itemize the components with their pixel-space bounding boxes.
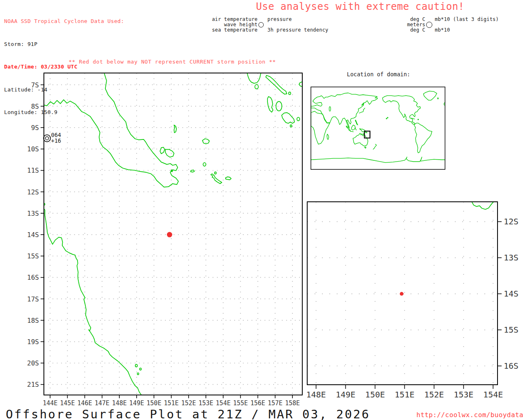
legend-pressure-tendency-label: 3h pressure tendency xyxy=(267,27,329,33)
coastline xyxy=(382,96,420,124)
y-tick-label: 8S xyxy=(31,103,39,110)
coastline xyxy=(247,73,261,84)
y-tick-label: 14S xyxy=(504,289,518,299)
coastline xyxy=(299,82,302,87)
x-tick-label: 154E xyxy=(216,399,231,407)
page-title: Offshore Surface Plot at 21Z / MAR 03, 2… xyxy=(6,407,370,420)
coastline xyxy=(191,170,194,172)
x-tick-label: 152E xyxy=(424,390,444,399)
coastline xyxy=(472,202,493,210)
world-map-title: Location of domain: xyxy=(311,71,446,78)
coastline xyxy=(174,125,176,133)
coastline xyxy=(355,120,358,125)
legend-wave-height-label: wave height xyxy=(201,22,258,27)
noaa-data-line: NOAA SSD Tropical Cyclone Data Used: xyxy=(4,18,124,25)
coastline xyxy=(44,73,178,187)
y-tick-label: 19S xyxy=(27,338,39,346)
y-tick-label: 13S xyxy=(504,253,518,262)
main-map: 144E145E146E147E148E149E150E151E152E153E… xyxy=(16,70,308,414)
storm-id-line: Storm: 91P xyxy=(4,41,124,48)
island-outline xyxy=(329,107,331,111)
island-outline xyxy=(255,84,258,89)
island-outline xyxy=(137,373,139,375)
island-outline xyxy=(139,368,141,370)
coastline xyxy=(226,177,231,180)
buoy-outer-circle-icon xyxy=(43,135,50,142)
coastline xyxy=(353,133,368,146)
coastline xyxy=(160,147,164,154)
x-tick-label: 146E xyxy=(78,399,92,407)
island-outline xyxy=(276,101,282,111)
island-outline xyxy=(297,117,300,121)
buoy-inner-circle-icon xyxy=(46,137,49,140)
storm-position-dot xyxy=(400,292,404,296)
world-map xyxy=(310,86,447,172)
coastline xyxy=(311,93,378,128)
island-outline xyxy=(438,98,438,99)
coastline xyxy=(350,131,353,132)
x-tick-label: 153E xyxy=(454,390,473,399)
site-url[interactable]: http://coolwx.com/buoydata xyxy=(410,411,523,419)
coastline xyxy=(423,91,437,100)
y-tick-label: 9S xyxy=(31,124,39,132)
buoy-observation-marker: 064+16 xyxy=(43,132,61,144)
x-tick-label: 149E xyxy=(336,390,355,399)
storm-position-dot xyxy=(167,232,172,237)
y-tick-label: 15S xyxy=(27,252,39,260)
storm-position-warning: ** Red dot below may NOT represent CURRE… xyxy=(62,59,283,65)
x-tick-label: 148E xyxy=(112,399,127,407)
x-tick-label: 151E xyxy=(164,399,179,407)
coastline xyxy=(211,174,222,184)
coastline xyxy=(203,139,210,144)
coastline xyxy=(414,123,432,153)
island-outline xyxy=(215,172,216,174)
units-tendency-label: mb*10 xyxy=(435,27,450,33)
y-tick-label: 16S xyxy=(504,361,518,371)
coastline xyxy=(44,208,142,395)
y-tick-label: 13S xyxy=(27,210,39,217)
main-map-layers xyxy=(43,73,302,396)
legend-pressure-label: pressure xyxy=(267,16,292,22)
units-sea-temp-label: deg C xyxy=(390,27,425,33)
coastline xyxy=(282,113,294,123)
x-tick-label: 144E xyxy=(43,399,57,407)
coastline xyxy=(444,103,445,105)
station-circle-icon xyxy=(258,22,264,27)
coastline xyxy=(327,134,329,139)
coastline xyxy=(311,111,330,144)
world-map-layers xyxy=(311,91,445,162)
y-tick-label: 10S xyxy=(27,145,39,153)
buoy-tendency-label: +16 xyxy=(51,137,61,144)
buoy-plot-page: NOAA SSD Tropical Cyclone Data Used: Sto… xyxy=(0,0,525,420)
zoom-map-layers xyxy=(307,202,503,385)
y-tick-label: 16S xyxy=(27,274,39,281)
world-frame xyxy=(311,87,445,169)
legend-sea-temperature-label: sea temperature xyxy=(197,27,258,33)
y-tick-label: 12S xyxy=(504,217,518,226)
main-frame xyxy=(44,73,302,395)
island-outline xyxy=(387,117,388,118)
units-air-temp-label: deg C xyxy=(390,16,425,22)
x-tick-label: 150E xyxy=(146,399,161,407)
island-outline xyxy=(203,163,206,166)
x-tick-label: 155E xyxy=(233,399,248,407)
y-tick-label: 20S xyxy=(27,359,39,367)
y-tick-label: 15S xyxy=(504,325,518,335)
x-tick-label: 145E xyxy=(60,399,75,407)
x-tick-label: 153E xyxy=(199,399,213,407)
coastline xyxy=(352,125,355,130)
x-tick-label: 151E xyxy=(395,390,414,399)
x-tick-label: 149E xyxy=(129,399,144,407)
caution-banner: Use analyses with extreme caution! xyxy=(256,1,464,12)
x-tick-label: 148E xyxy=(306,390,326,399)
coastline xyxy=(165,149,174,157)
units-pressure-label: mb*10 (last 3 digits) xyxy=(435,16,499,22)
coastline xyxy=(373,144,377,149)
x-tick-label: 158E xyxy=(285,399,300,407)
x-tick-label: 157E xyxy=(268,399,283,407)
y-tick-label: 11S xyxy=(27,167,39,174)
island-outline xyxy=(289,92,291,94)
zoom-map: 148E149E150E151E152E153E154E12S13S14S15S… xyxy=(304,199,525,408)
y-tick-label: 7S xyxy=(31,81,39,89)
y-tick-label: 18S xyxy=(27,317,39,324)
